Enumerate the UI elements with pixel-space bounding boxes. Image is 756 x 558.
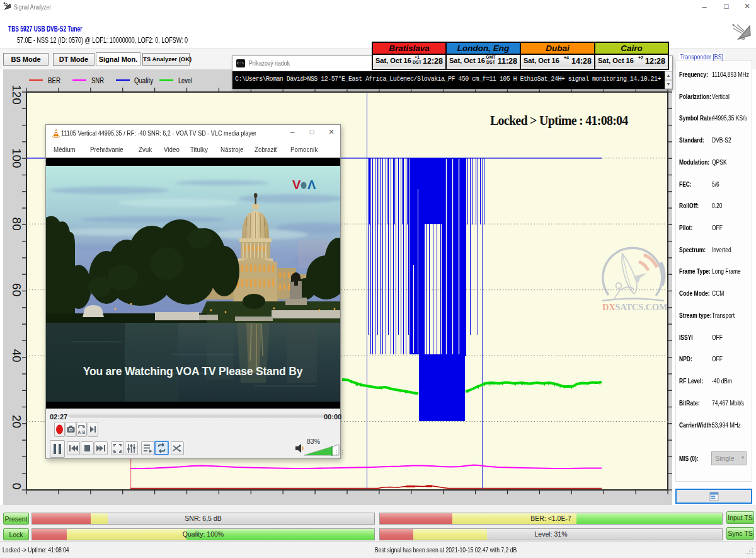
svg-text:80: 80 bbox=[10, 218, 23, 231]
svg-text:60: 60 bbox=[10, 283, 23, 296]
svg-text:Λ: Λ bbox=[307, 178, 316, 192]
svg-text:B: B bbox=[83, 430, 86, 434]
svg-text:Quality: Quality bbox=[134, 76, 153, 85]
svg-text:SNR: SNR bbox=[91, 76, 104, 85]
svg-text:You are Watching VOA TV Please: You are Watching VOA TV Please Stand By bbox=[83, 365, 303, 378]
svg-text:BER: BER bbox=[48, 76, 60, 85]
svg-text:DXSATCS.COM: DXSATCS.COM bbox=[602, 302, 668, 312]
svg-text:V: V bbox=[292, 178, 301, 192]
svg-text:100: 100 bbox=[10, 148, 23, 168]
svg-text:120: 120 bbox=[10, 84, 23, 105]
svg-text:40: 40 bbox=[10, 349, 23, 363]
svg-text:Level: Level bbox=[178, 76, 192, 85]
svg-text:A: A bbox=[78, 430, 81, 434]
svg-text:0: 0 bbox=[10, 483, 23, 490]
svg-text:20: 20 bbox=[10, 415, 23, 428]
